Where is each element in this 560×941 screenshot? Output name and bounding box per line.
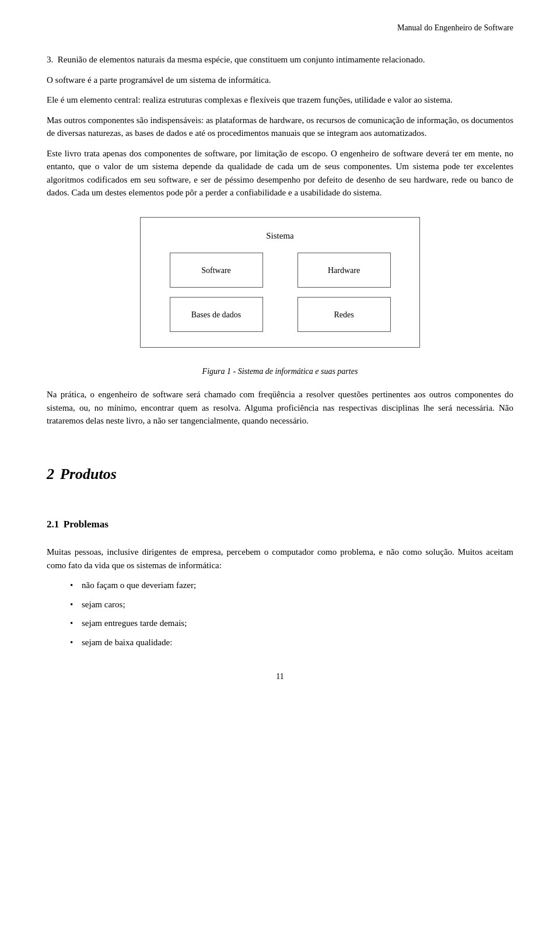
paragraph-3: Ele é um elemento central: realiza estru…	[47, 93, 513, 107]
subsection-para-1: Muitas pessoas, inclusive dirigentes de …	[47, 545, 513, 572]
diagram-row-1: Software Hardware	[152, 253, 408, 288]
list-number: 3.	[47, 55, 53, 64]
paragraph-1: 3. Reunião de elementos naturais da mesm…	[47, 53, 513, 67]
paragraph-after-diagram: Na prática, o engenheiro de software ser…	[47, 388, 513, 428]
subsection-2-1-heading: 2.1 Problemas	[47, 505, 513, 539]
subsection-2-1-title: Problemas	[64, 517, 108, 532]
diagram-box-bases: Bases de dados	[170, 297, 263, 332]
section-2-title: Produtos	[60, 463, 117, 485]
para8: Cada um destes elementos pode pôr a perd…	[72, 188, 382, 197]
system-diagram: Sistema Software Hardware Bases de dados…	[140, 217, 420, 348]
para5: Este livro trata apenas dos componentes …	[47, 149, 328, 158]
header-title: Manual do Engenheiro de Software	[397, 23, 513, 32]
paragraph-1-text: Reunião de elementos naturais da mesma e…	[58, 55, 425, 64]
paragraph-4: Mas outros componentes são indispensávei…	[47, 114, 513, 140]
page-content: 3. Reunião de elementos naturais da mesm…	[47, 53, 513, 649]
list-item-3: sejam entregues tarde demais;	[70, 617, 513, 630]
figure-caption: Figura 1 - Sistema de informática e suas…	[47, 365, 513, 377]
subsection-2-1-number: 2.1	[47, 517, 59, 532]
list-item-1: não façam o que deveriam fazer;	[70, 579, 513, 592]
diagram-box-redes: Redes	[298, 297, 391, 332]
list-item-2: sejam caros;	[70, 598, 513, 611]
paragraph-5-6: Este livro trata apenas dos componentes …	[47, 147, 513, 200]
page-header: Manual do Engenheiro de Software	[47, 23, 513, 36]
diagram-title: Sistema	[152, 229, 408, 243]
paragraph-2: O software é a parte programável de um s…	[47, 74, 513, 87]
diagram-box-hardware: Hardware	[298, 253, 391, 288]
list-item-4: sejam de baixa qualidade:	[70, 636, 513, 649]
page-number: 11	[47, 672, 513, 681]
section-2-number: 2	[47, 463, 54, 485]
diagram-row-2: Bases de dados Redes	[152, 297, 408, 332]
bullet-list: não façam o que deveriam fazer; sejam ca…	[70, 579, 513, 649]
section-2-heading: 2 Produtos	[47, 445, 513, 494]
diagram-box-software: Software	[170, 253, 263, 288]
page: Manual do Engenheiro de Software 3. Reun…	[0, 0, 560, 941]
